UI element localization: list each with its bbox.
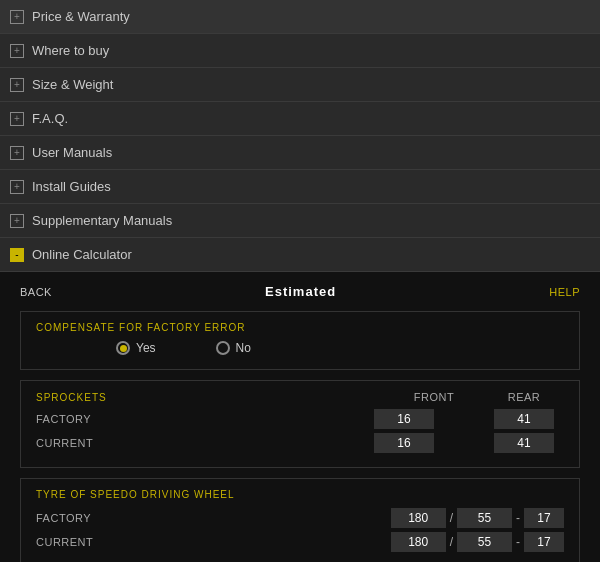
- tyre-current-inputs: / -: [391, 532, 564, 552]
- menu-item-where-to-buy[interactable]: + Where to buy: [0, 34, 600, 68]
- menu-item-online-calculator[interactable]: - Online Calculator: [0, 238, 600, 272]
- menu-label-price-warranty: Price & Warranty: [32, 9, 130, 24]
- sprockets-label: Sprockets: [36, 392, 404, 403]
- tyre-factory-inputs: / -: [391, 508, 564, 528]
- menu-label-where-to-buy: Where to buy: [32, 43, 109, 58]
- rear-col-label: Rear: [494, 391, 554, 403]
- menu-icon-install-guides: +: [10, 180, 24, 194]
- sprocket-factory-rear-input[interactable]: [494, 409, 554, 429]
- menu-label-faq: F.A.Q.: [32, 111, 68, 126]
- menu-item-size-weight[interactable]: + Size & Weight: [0, 68, 600, 102]
- tyre-current-row: Current / -: [36, 532, 564, 552]
- menu-label-online-calculator: Online Calculator: [32, 247, 132, 262]
- compensate-label: Compensate for factory error: [36, 322, 564, 333]
- tyre-sep-4: -: [516, 535, 520, 549]
- menu-icon-faq: +: [10, 112, 24, 126]
- menu-item-user-manuals[interactable]: + User Manuals: [0, 136, 600, 170]
- sprocket-current-row: Current: [36, 433, 564, 453]
- calc-header: Back Estimated Help: [20, 284, 580, 299]
- tyre-factory-profile-input[interactable]: [457, 508, 512, 528]
- radio-no-label: No: [236, 341, 251, 355]
- tyre-factory-rim-input[interactable]: [524, 508, 564, 528]
- sprocket-factory-inputs: [374, 409, 554, 429]
- tyre-factory-label: Factory: [36, 512, 116, 524]
- sprocket-current-rear-input[interactable]: [494, 433, 554, 453]
- sprocket-current-front-input[interactable]: [374, 433, 434, 453]
- menu-label-size-weight: Size & Weight: [32, 77, 113, 92]
- menu-item-price-warranty[interactable]: + Price & Warranty: [0, 0, 600, 34]
- tyre-label: Tyre of speedo driving wheel: [36, 489, 564, 500]
- calculator-panel: Back Estimated Help Compensate for facto…: [0, 272, 600, 562]
- radio-no-circle: [216, 341, 230, 355]
- sprocket-factory-row: Factory: [36, 409, 564, 429]
- tyre-current-rim-input[interactable]: [524, 532, 564, 552]
- menu-icon-where-to-buy: +: [10, 44, 24, 58]
- menu-icon-size-weight: +: [10, 78, 24, 92]
- sprocket-current-inputs: [374, 433, 554, 453]
- radio-yes[interactable]: Yes: [116, 341, 156, 355]
- menu-icon-price-warranty: +: [10, 10, 24, 24]
- radio-yes-label: Yes: [136, 341, 156, 355]
- menu-icon-supplementary-manuals: +: [10, 214, 24, 228]
- help-button[interactable]: Help: [549, 286, 580, 298]
- menu-item-install-guides[interactable]: + Install Guides: [0, 170, 600, 204]
- front-col-label: Front: [404, 391, 464, 403]
- menu-list: + Price & Warranty + Where to buy + Size…: [0, 0, 600, 272]
- factory-row-label: Factory: [36, 413, 116, 425]
- menu-label-supplementary-manuals: Supplementary Manuals: [32, 213, 172, 228]
- tyre-current-width-input[interactable]: [391, 532, 446, 552]
- sprockets-section: Sprockets Front Rear Factory Current: [20, 380, 580, 468]
- menu-label-install-guides: Install Guides: [32, 179, 111, 194]
- menu-item-supplementary-manuals[interactable]: + Supplementary Manuals: [0, 204, 600, 238]
- menu-label-user-manuals: User Manuals: [32, 145, 112, 160]
- radio-yes-circle: [116, 341, 130, 355]
- tyre-sep-3: /: [450, 535, 453, 549]
- tyre-section: Tyre of speedo driving wheel Factory / -…: [20, 478, 580, 562]
- back-button[interactable]: Back: [20, 286, 52, 298]
- current-row-label: Current: [36, 437, 116, 449]
- tyre-factory-width-input[interactable]: [391, 508, 446, 528]
- calc-title: Estimated: [265, 284, 336, 299]
- compensate-section: Compensate for factory error Yes No: [20, 311, 580, 370]
- menu-icon-online-calculator: -: [10, 248, 24, 262]
- menu-icon-user-manuals: +: [10, 146, 24, 160]
- tyre-factory-row: Factory / -: [36, 508, 564, 528]
- radio-no[interactable]: No: [216, 341, 251, 355]
- radio-row: Yes No: [116, 341, 564, 355]
- tyre-current-label: Current: [36, 536, 116, 548]
- tyre-sep-1: /: [450, 511, 453, 525]
- tyre-current-profile-input[interactable]: [457, 532, 512, 552]
- tyre-sep-2: -: [516, 511, 520, 525]
- menu-item-faq[interactable]: + F.A.Q.: [0, 102, 600, 136]
- sprocket-factory-front-input[interactable]: [374, 409, 434, 429]
